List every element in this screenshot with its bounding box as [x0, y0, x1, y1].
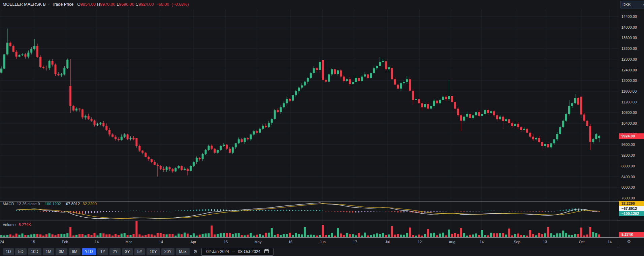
range-buttons: 1D5D10D1M3M6MYTD1Y2Y3Y5Y10Y20YMax [3, 248, 191, 255]
series-label: Trade Price [52, 2, 73, 7]
time-tick-label: Aug [449, 240, 455, 244]
price-tick-label: 13600.00 [621, 36, 637, 40]
ohlc-o: O9854.00 [77, 2, 96, 7]
change-value: −68.00 [156, 2, 169, 7]
range-button-10y[interactable]: 10Y [147, 248, 160, 255]
price-tick-label: 10400.00 [621, 121, 637, 125]
price-tick-label: 12400.00 [621, 68, 637, 72]
macd-signal-badge: 32.2290 [619, 201, 644, 206]
candlesticks [0, 29, 600, 177]
time-tick-label: 15 [224, 240, 228, 244]
price-tick-label: 13200.00 [621, 46, 637, 51]
date-to: 08-Oct-2024 [238, 249, 261, 254]
price-tick-label: 14000.00 [621, 25, 637, 29]
macd-line-badge: −67.8912 [619, 206, 644, 211]
time-tick-label: 14 [480, 240, 484, 244]
macd-series [16, 203, 600, 219]
range-button-10d[interactable]: 10D [28, 248, 41, 255]
legend-separator: · [48, 2, 50, 7]
macd-params: 12 26 close 9 [17, 202, 40, 206]
range-button-1d[interactable]: 1D [3, 248, 14, 255]
volume-legend: Volume 5.274K [3, 223, 31, 227]
time-tick-label: Jul [385, 240, 390, 244]
price-tick-label: 9600.00 [621, 142, 635, 147]
time-tick-label: 16 [288, 240, 292, 244]
currency-dropdown-label: DKK [622, 2, 631, 7]
time-tick-label: Oct [579, 240, 584, 244]
volume-current-value: 5.274K [19, 223, 31, 227]
range-toolbar: 1D5D10D1M3M6MYTD1Y2Y3Y5Y10Y20YMax ⚙ 02-J… [0, 247, 644, 256]
volume-bars [0, 221, 600, 237]
price-tick-label: 9200.00 [621, 153, 635, 157]
volume-badge: 5.274K [619, 232, 644, 237]
date-range-picker[interactable]: 02-Jan-2024 – 08-Oct-2024 [201, 248, 273, 256]
time-tick-label: Jun [320, 240, 326, 244]
price-tick-label: 8800.00 [621, 164, 635, 168]
price-tick-label: 11200.00 [621, 100, 637, 104]
price-tick-label: 12000.00 [621, 78, 637, 83]
time-tick-label: 24 [0, 240, 4, 244]
macd-line-value: −67.8912 [64, 202, 80, 206]
macd-title: MACD [3, 202, 14, 206]
time-tick-label: 12 [418, 240, 422, 244]
macd-signal-value: 32.2290 [83, 202, 97, 206]
change-percent: (−0.68%) [171, 2, 189, 7]
price-tick-label: 8400.00 [621, 175, 635, 179]
chart-plot-area[interactable] [0, 0, 644, 256]
range-button-6m[interactable]: 6M [69, 248, 80, 255]
time-tick-label: 14 [159, 240, 163, 244]
range-button-1y[interactable]: 1Y [97, 248, 108, 255]
time-tick-label: 17 [353, 240, 357, 244]
price-tick-label: 14400.00 [621, 14, 637, 19]
range-button-2y[interactable]: 2Y [109, 248, 121, 255]
price-tick-label: 8000.00 [621, 185, 635, 189]
time-tick-label: Apr [190, 240, 196, 244]
range-button-ytd[interactable]: YTD [82, 248, 96, 255]
price-tick-label: 7600.00 [621, 196, 635, 200]
ohlc-c: C9924.00 [135, 2, 154, 7]
price-tick-label: 11600.00 [621, 89, 637, 93]
macd-histogram-badge: −100.1202 [619, 211, 644, 216]
range-button-20y[interactable]: 20Y [161, 248, 174, 255]
time-axis[interactable]: 2415Feb14Mar14Apr15May16Jun17Jul12Aug14S… [0, 237, 619, 247]
date-range-separator: – [232, 249, 235, 254]
range-button-3m[interactable]: 3M [56, 248, 67, 255]
macd-hist-value: −100.1202 [42, 202, 61, 206]
price-tick-label: 12800.00 [621, 57, 637, 61]
axis-settings-gear-icon[interactable]: ⚙ [627, 239, 631, 244]
range-button-5y[interactable]: 5Y [134, 248, 146, 255]
time-tick-label: Sep [514, 240, 520, 244]
time-tick-label: 15 [31, 240, 35, 244]
range-button-3y[interactable]: 3Y [122, 248, 133, 255]
range-button-max[interactable]: Max [176, 248, 190, 255]
time-tick-label: May [255, 240, 262, 244]
trading-chart-app: MOELLER MAERSK B · Trade Price O9854.00H… [0, 0, 644, 256]
symbol-name: MOELLER MAERSK B [3, 2, 46, 7]
time-tick-label: Mar [126, 240, 132, 244]
time-tick-label: 13 [543, 240, 547, 244]
chart-legend: MOELLER MAERSK B · Trade Price O9854.00H… [3, 2, 189, 7]
ohlc-h: H9970.00 [97, 2, 115, 7]
ohlc-l: L9690.00 [117, 2, 134, 7]
currency-dropdown[interactable]: DKK ▾ [620, 1, 644, 8]
range-button-1m[interactable]: 1M [43, 248, 55, 255]
last-price-badge: 9924.00 [619, 133, 644, 139]
range-button-5d[interactable]: 5D [15, 248, 26, 255]
macd-legend: MACD 12 26 close 9 −100.1202 −67.8912 32… [3, 202, 97, 206]
ohlc-values: O9854.00H9970.00L9690.00C9924.00 [76, 2, 154, 7]
volume-title: Volume [3, 223, 15, 227]
time-tick-label: Feb [62, 240, 68, 244]
time-tick-label: 14 [608, 240, 612, 244]
interval-settings-gear-icon[interactable]: ⚙ [193, 249, 198, 254]
date-from: 02-Jan-2024 [206, 249, 229, 254]
calendar-icon [264, 249, 269, 254]
time-tick-label: 14 [95, 240, 99, 244]
price-tick-label: 10800.00 [621, 110, 637, 115]
